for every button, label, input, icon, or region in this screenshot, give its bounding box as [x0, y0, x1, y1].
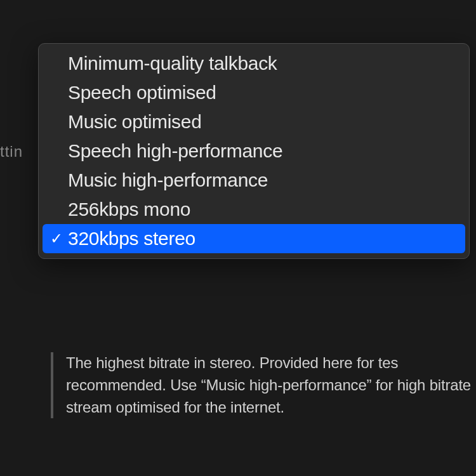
- checkmark-icon: ✓: [50, 230, 63, 248]
- dropdown-item-label: Music high-performance: [68, 169, 268, 191]
- dropdown-item-label: 320kbps stereo: [68, 228, 195, 249]
- background-partial-text: ttin: [0, 143, 23, 161]
- description-block: The highest bitrate in stereo. Provided …: [51, 352, 476, 418]
- description-text: The highest bitrate in stereo. Provided …: [66, 352, 476, 418]
- dropdown-item-music-high-performance[interactable]: Music high-performance: [43, 166, 465, 195]
- audio-quality-dropdown[interactable]: Minimum-quality talkback Speech optimise…: [38, 43, 470, 259]
- dropdown-item-label: Speech optimised: [68, 82, 216, 103]
- dropdown-item-256kbps-mono[interactable]: 256kbps mono: [43, 195, 465, 224]
- dropdown-item-label: Minimum-quality talkback: [68, 53, 277, 74]
- dropdown-item-music-optimised[interactable]: Music optimised: [43, 107, 465, 136]
- dropdown-item-label: 256kbps mono: [68, 199, 190, 220]
- dropdown-item-320kbps-stereo[interactable]: ✓ 320kbps stereo: [43, 224, 465, 253]
- dropdown-item-speech-optimised[interactable]: Speech optimised: [43, 78, 465, 107]
- dropdown-item-label: Music optimised: [68, 111, 202, 133]
- dropdown-item-speech-high-performance[interactable]: Speech high-performance: [43, 136, 465, 166]
- dropdown-item-minimum-quality[interactable]: Minimum-quality talkback: [43, 49, 465, 78]
- dropdown-item-label: Speech high-performance: [68, 140, 282, 162]
